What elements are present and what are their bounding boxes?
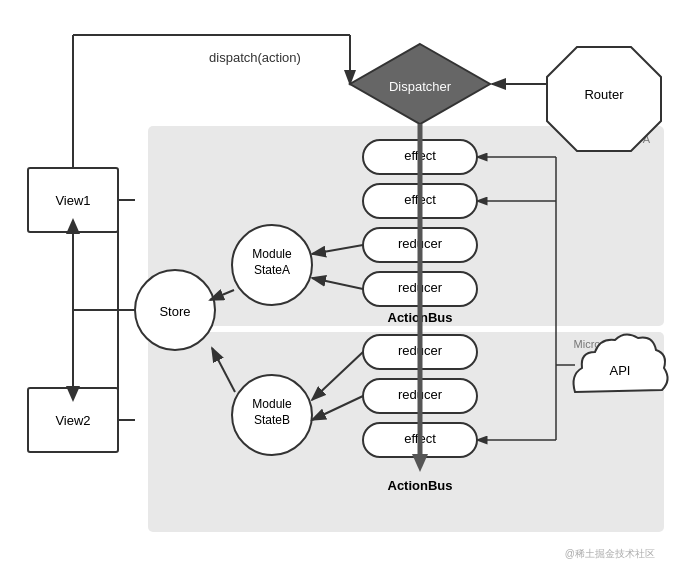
api-node: API xyxy=(610,363,631,378)
module-state-b-node2: StateB xyxy=(254,413,290,427)
view2-node: View2 xyxy=(55,413,90,428)
actionbus2-label: ActionBus xyxy=(388,478,453,493)
view1-node: View1 xyxy=(55,193,90,208)
watermark-text: @稀土掘金技术社区 xyxy=(565,548,655,559)
dispatcher-node: Dispatcher xyxy=(389,79,452,94)
store-node: Store xyxy=(159,304,190,319)
module-state-b-node: Module xyxy=(252,397,292,411)
dispatch-action-text: dispatch(action) xyxy=(209,50,301,65)
router-node: Router xyxy=(584,87,624,102)
main-diagram: Micro Module A Micro Module B Router Dis… xyxy=(0,0,700,569)
module-state-a-node2: StateA xyxy=(254,263,290,277)
module-state-a-node: Module xyxy=(252,247,292,261)
